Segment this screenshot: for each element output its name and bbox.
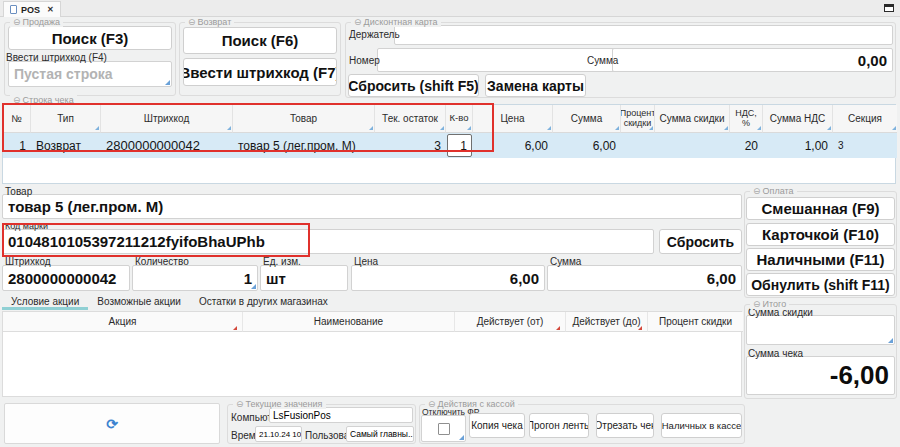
qty-field[interactable]: 1 — [132, 265, 258, 291]
receipt-cell-sum[interactable]: 6,00 — [553, 133, 621, 158]
payment-section-label: ⊖ Оплата — [750, 186, 797, 196]
cash-actions-section-label: ⊖ Действия с кассой — [425, 399, 518, 409]
receipt-cell-num[interactable]: 1 — [3, 133, 31, 158]
receipt-col-discount-sum[interactable]: Сумма скидки — [655, 105, 730, 133]
receipt-cell-vat-sum[interactable]: 1,00 — [763, 133, 833, 158]
card-holder-input[interactable] — [394, 25, 893, 45]
tab-stock-other-stores[interactable]: Остатки в других магазинах — [190, 294, 337, 310]
receipt-cell-vat-pct[interactable]: 20 — [730, 133, 763, 158]
mark-code-field[interactable]: 0104810105397211212fyifoBhaUPhb — [2, 229, 654, 254]
promo-col-discount[interactable]: Процент скидки — [648, 312, 743, 332]
tab-promo-condition[interactable]: Условие акции — [2, 294, 88, 310]
copy-check-button[interactable]: Копия чека — [469, 413, 525, 438]
discount-sum-field[interactable] — [746, 315, 895, 345]
return-barcode-button[interactable]: Ввести штрихкод (F7) — [183, 58, 337, 86]
promo-col-from[interactable]: Действует (от) — [455, 312, 566, 332]
tab-pos[interactable]: POS ✕ — [3, 1, 61, 17]
payment-mixed-button[interactable]: Смешанная (F9) — [746, 197, 895, 220]
return-section-label: ⊖ Возврат — [185, 17, 234, 27]
sum-field[interactable]: 6,00 — [547, 265, 742, 291]
receipt-section-label: ⊖ Строка чека — [10, 95, 77, 105]
collapse-icon[interactable]: ⊖ — [753, 186, 761, 196]
promo-col-action[interactable]: Акция — [3, 312, 243, 332]
qty-label: Количество — [135, 256, 189, 267]
computer-field[interactable]: LsFusionPos — [269, 407, 413, 423]
card-sum-input[interactable]: 0,00 — [612, 48, 893, 72]
product-name-field[interactable]: товар 5 (лег.пром. М) — [2, 194, 742, 219]
maximize-icon[interactable] — [884, 4, 894, 12]
document-icon — [10, 5, 17, 14]
collapse-icon[interactable]: ⊖ — [236, 399, 244, 409]
payment-cash-button[interactable]: Наличными (F11) — [746, 248, 895, 271]
sale-search-button[interactable]: Поиск (F3) — [8, 26, 172, 50]
user-field[interactable]: Самый главны... — [346, 426, 414, 442]
card-replace-button[interactable]: Замена карты — [485, 74, 586, 97]
barcode-label: Штрихкод — [5, 256, 51, 267]
check-sum-field[interactable]: -6,00 — [746, 356, 895, 395]
receipt-col-product[interactable]: Товар — [233, 105, 375, 133]
cash-in-register-button[interactable]: Наличных в кассе — [661, 413, 742, 438]
receipt-table: № Тип Штрихкод Товар Тек. остаток К-во Ц… — [2, 104, 896, 184]
receipt-cell-discount-pct[interactable] — [621, 133, 655, 158]
receipt-col-sum[interactable]: Сумма — [553, 105, 621, 133]
payment-reset-button[interactable]: Обнулить (shift F11) — [746, 273, 895, 296]
collapse-icon[interactable]: ⊖ — [13, 17, 21, 27]
disable-fr-checkbox[interactable] — [438, 423, 450, 435]
receipt-cell-type[interactable]: Возврат — [31, 133, 101, 158]
promo-table: Акция Наименование Действует (от) Действ… — [2, 311, 742, 397]
unit-field[interactable]: шт — [260, 265, 348, 291]
receipt-col-section[interactable]: Секция — [833, 105, 897, 133]
sale-section-label: ⊖ Продажа — [10, 17, 63, 27]
receipt-col-discount-pct[interactable]: Процент скидки — [621, 105, 655, 133]
card-sum-label: Сумма — [587, 55, 618, 66]
barcode-field[interactable]: 2800000000042 — [2, 265, 130, 291]
receipt-col-num[interactable]: № — [3, 105, 31, 133]
sale-barcode-placeholder: Пустая строка — [14, 66, 113, 82]
mark-reset-button[interactable]: Сбросить — [659, 229, 742, 254]
receipt-cell-product[interactable]: товар 5 (лег.пром. М) — [233, 133, 375, 158]
receipt-cell-discount-sum[interactable] — [655, 133, 730, 158]
receipt-col-vat-pct[interactable]: НДС, % — [730, 105, 763, 133]
mark-code-label: Код марки — [5, 221, 48, 231]
product-label: Товар — [5, 186, 32, 197]
receipt-cell-stock[interactable]: 3 — [375, 133, 446, 158]
receipt-col-vat-sum[interactable]: Сумма НДС — [763, 105, 833, 133]
sale-barcode-label: Ввести штрихкод (F4) — [6, 52, 107, 63]
unit-label: Ед. изм. — [263, 256, 301, 267]
receipt-col-type[interactable]: Тип — [31, 105, 101, 133]
collapse-icon[interactable]: ⊖ — [428, 399, 436, 409]
card-number-label: Номер — [349, 55, 380, 66]
total-section-label: ⊖ Итого — [750, 299, 789, 309]
return-search-button[interactable]: Поиск (F6) — [183, 27, 337, 54]
collapse-icon[interactable]: ⊖ — [188, 17, 196, 27]
receipt-cell-barcode[interactable]: 2800000000042 — [101, 133, 233, 158]
receipt-col-barcode[interactable]: Штрихкод — [101, 105, 233, 133]
receipt-cell-qty[interactable]: 1 — [447, 134, 472, 157]
feed-tape-button[interactable]: Прогон ленты — [529, 413, 589, 438]
time-field[interactable]: 21.10.24 10:13 — [255, 426, 302, 442]
cut-check-button[interactable]: Отрезать чек — [596, 413, 654, 438]
card-reset-button[interactable]: Сбросить (shift F5) — [348, 74, 479, 97]
check-sum-label: Сумма чека — [748, 348, 803, 359]
collapse-icon[interactable]: ⊖ — [13, 95, 21, 105]
disable-fr-checkbox-panel — [421, 415, 466, 442]
receipt-col-price[interactable]: Цена — [473, 105, 553, 133]
promo-tabs: Условие акции Возможные акции Остатки в … — [2, 293, 742, 310]
tab-promo-possible[interactable]: Возможные акции — [88, 294, 190, 310]
refresh-button[interactable]: ⟳ — [4, 403, 220, 444]
card-holder-label: Держатель — [349, 29, 400, 40]
receipt-col-qty[interactable]: К-во — [446, 105, 473, 133]
receipt-cell-price[interactable]: 6,00 — [473, 133, 553, 158]
discount-card-section-label: ⊖ Дисконтная карта — [351, 17, 441, 27]
close-icon[interactable]: ✕ — [47, 5, 54, 14]
promo-col-to[interactable]: Действует (до) — [566, 312, 648, 332]
price-field[interactable]: 6,00 — [351, 265, 545, 291]
receipt-col-stock[interactable]: Тек. остаток — [375, 105, 446, 133]
promo-col-name[interactable]: Наименование — [243, 312, 455, 332]
payment-card-button[interactable]: Карточкой (F10) — [746, 223, 895, 246]
collapse-icon[interactable]: ⊖ — [753, 299, 761, 309]
refresh-icon: ⟳ — [106, 416, 118, 432]
collapse-icon[interactable]: ⊖ — [354, 17, 362, 27]
sale-barcode-input[interactable]: Пустая строка — [8, 61, 172, 87]
receipt-cell-section[interactable]: 3 — [833, 133, 897, 158]
